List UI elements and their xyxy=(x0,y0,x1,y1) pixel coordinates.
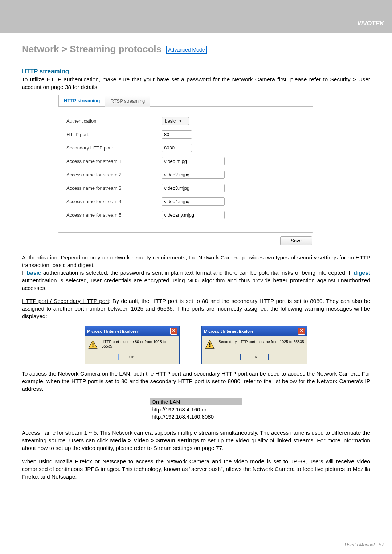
close-icon[interactable]: ✕ xyxy=(298,328,305,335)
page-number: 57 xyxy=(379,542,384,547)
basic-term: basic xyxy=(27,270,41,276)
stream4-label: Access name for stream 4: xyxy=(66,199,162,204)
footer: User's Manual - 57 xyxy=(344,542,384,547)
auth-paragraph: Authentication: Depending on your networ… xyxy=(22,254,370,292)
lan-line1: http://192.168.4.160 or xyxy=(152,406,240,413)
http-port-label: HTTP port: xyxy=(66,132,162,137)
auth-value: basic xyxy=(165,118,176,124)
stream1-label: Access name for stream 1: xyxy=(66,159,162,164)
dialog2-ok-button[interactable]: OK xyxy=(240,354,269,360)
tab-rtsp-streaming[interactable]: RTSP streaming xyxy=(105,95,150,107)
stream2-input[interactable] xyxy=(162,171,225,179)
svg-rect-5 xyxy=(209,346,211,347)
stream5-label: Access name for stream 5: xyxy=(66,212,162,218)
mode-badge: Advanced Mode xyxy=(166,46,207,54)
http-port-input[interactable] xyxy=(162,130,192,139)
stream1-input[interactable] xyxy=(162,157,225,165)
http-streaming-subhead: HTTP streaming xyxy=(22,68,370,75)
warning-icon xyxy=(88,340,98,349)
tab-http-streaming[interactable]: HTTP streaming xyxy=(58,95,105,106)
close-icon[interactable]: ✕ xyxy=(170,328,177,335)
dialog1-message: HTTP port must be 80 or from 1025 to 655… xyxy=(102,340,176,348)
auth-label: Authentication: xyxy=(66,118,162,124)
secondary-http-port-label: Secondary HTTP port: xyxy=(66,145,162,151)
lan-paragraph: To access the Network Camera on the LAN,… xyxy=(22,370,370,393)
dialog2-title: Microsoft Internet Explorer xyxy=(204,329,255,333)
stream2-label: Access name for stream 2: xyxy=(66,172,162,177)
ports-paragraph: HTTP port / Secondary HTTP port: By defa… xyxy=(22,297,370,320)
secondary-http-port-input[interactable] xyxy=(162,144,192,152)
access-heading: Access name for stream 1 ~ 5 xyxy=(22,430,97,436)
firefox-paragraph: When using Mozilla Firefox or Netscape t… xyxy=(22,458,370,481)
stream4-input[interactable] xyxy=(162,197,225,206)
svg-rect-4 xyxy=(209,343,211,346)
chevron-down-icon: ▼ xyxy=(179,119,182,123)
media-path: Media > Video > Stream settings xyxy=(110,437,199,443)
dialog-row: Microsoft Internet Explorer ✕ HTTP port … xyxy=(22,326,370,364)
auth-select[interactable]: basic ▼ xyxy=(162,117,189,125)
dialog1-title: Microsoft Internet Explorer xyxy=(87,329,138,333)
ports-heading: HTTP port / Secondary HTTP port xyxy=(22,298,109,304)
stream3-input[interactable] xyxy=(162,184,225,192)
error-dialog-1: Microsoft Internet Explorer ✕ HTTP port … xyxy=(85,326,180,364)
access-paragraph: Access name for stream 1 ~ 5: This Netwo… xyxy=(22,429,370,452)
save-button[interactable]: Save xyxy=(280,236,312,245)
dialog2-message: Secondary HTTP port must be from 1025 to… xyxy=(219,340,304,344)
svg-rect-2 xyxy=(93,346,94,347)
svg-rect-1 xyxy=(93,343,94,346)
dialog1-ok-button[interactable]: OK xyxy=(118,354,146,360)
brand-text: VIVOTEK xyxy=(357,20,384,27)
settings-panel: HTTP streaming RTSP streaming Authentica… xyxy=(58,95,313,233)
lan-box: On the LAN http://192.168.4.160 or http:… xyxy=(150,398,242,422)
lan-heading: On the LAN xyxy=(150,398,242,405)
page-title: Network > Streaming protocols Advanced M… xyxy=(22,44,370,55)
stream5-input[interactable] xyxy=(162,211,225,219)
stream3-label: Access name for stream 3: xyxy=(66,185,162,191)
auth-heading: Authentication xyxy=(22,254,57,260)
intro-text: To utilize HTTP authentication, make sur… xyxy=(22,76,370,91)
lan-line2: http://192.168.4.160:8080 xyxy=(152,413,240,420)
digest-term: digest xyxy=(354,270,370,276)
error-dialog-2: Microsoft Internet Explorer ✕ Secondary … xyxy=(201,326,307,364)
footer-label: User's Manual - xyxy=(344,542,379,547)
warning-icon xyxy=(205,340,215,349)
title-text: Network > Streaming protocols xyxy=(22,44,162,54)
tabbar: HTTP streaming RTSP streaming xyxy=(58,95,313,106)
